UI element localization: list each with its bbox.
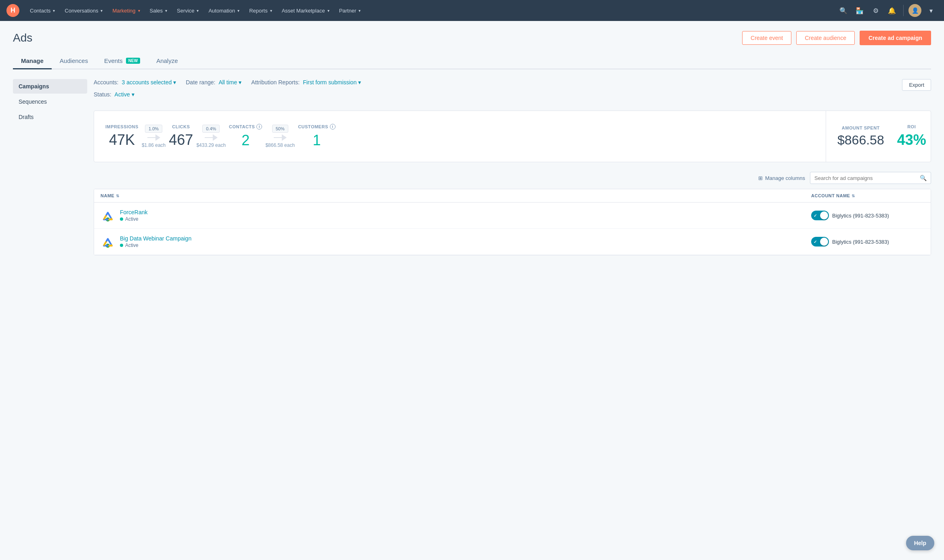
impressions-label: IMPRESSIONS xyxy=(105,124,138,129)
nav-marketing[interactable]: Marketing ▾ xyxy=(108,5,144,16)
arrow1-pct: 1.0% xyxy=(145,125,162,133)
search-input[interactable] xyxy=(814,175,920,181)
roi-stat: ROI 43% xyxy=(897,124,926,148)
arrow-connector-2: 0.4% $433.29 each xyxy=(196,125,226,148)
create-ad-campaign-button[interactable]: Create ad campaign xyxy=(860,31,931,45)
date-range-filter-btn[interactable]: All time ▾ xyxy=(218,79,241,86)
status-filter-btn[interactable]: Active ▾ xyxy=(115,91,134,98)
arrow1-sub: $1.86 each xyxy=(142,142,166,148)
body-layout: Campaigns Sequences Drafts Accounts: 3 a… xyxy=(13,79,931,255)
table-row: ForceRank Active ✓ xyxy=(94,203,931,229)
arrow2-pct: 0.4% xyxy=(202,125,220,133)
customers-value: 1 xyxy=(313,132,321,149)
accounts-filter-btn[interactable]: 3 accounts selected ▾ xyxy=(122,79,176,86)
tabs-bar: Manage Audiences Events NEW Analyze xyxy=(13,53,931,69)
status-row: Status: Active ▾ xyxy=(94,91,361,98)
export-button[interactable]: Export xyxy=(902,79,931,91)
chevron-asset-icon: ▾ xyxy=(327,8,329,13)
search-box: 🔍 xyxy=(810,172,931,184)
header-actions: Create event Create audience Create ad c… xyxy=(742,31,931,45)
attribution-filter-btn[interactable]: First form submission ▾ xyxy=(303,79,361,86)
sidebar-item-drafts[interactable]: Drafts xyxy=(13,110,87,124)
roi-value: 43% xyxy=(897,132,926,148)
date-range-chevron-icon: ▾ xyxy=(239,79,241,86)
filters-row-1: Accounts: 3 accounts selected ▾ Date ran… xyxy=(94,79,361,86)
create-event-button[interactable]: Create event xyxy=(742,31,791,45)
th-account-name: ACCOUNT NAME ⇅ xyxy=(811,193,924,198)
campaign-toggle-0[interactable]: ✓ xyxy=(811,211,829,220)
row-right-1: ✓ Biglytics (991-823-5383) xyxy=(811,237,924,247)
tab-analyze[interactable]: Analyze xyxy=(148,53,186,69)
sidebar: Campaigns Sequences Drafts xyxy=(13,79,94,255)
customers-info-icon[interactable]: i xyxy=(330,124,336,130)
table-controls: ⊞ Manage columns 🔍 xyxy=(94,172,931,184)
nav-partner[interactable]: Partner ▾ xyxy=(335,5,365,16)
toggle-thumb-0 xyxy=(820,211,828,219)
campaign-name-1[interactable]: Big Data Webinar Campaign xyxy=(120,235,191,242)
contacts-stat: CONTACTS i 2 xyxy=(229,124,262,149)
toggle-thumb-1 xyxy=(820,238,828,246)
arrow3-sub: $866.58 each xyxy=(265,142,295,148)
impressions-value: 47K xyxy=(109,132,135,148)
accounts-label: Accounts: xyxy=(94,79,118,86)
customers-label: CUSTOMERS i xyxy=(298,124,336,130)
nav-sales[interactable]: Sales ▾ xyxy=(146,5,172,16)
manage-columns-button[interactable]: ⊞ Manage columns xyxy=(758,175,805,181)
name-sort-icon[interactable]: ⇅ xyxy=(116,194,120,198)
th-name: NAME ⇅ xyxy=(101,193,811,198)
nav-asset-marketplace[interactable]: Asset Marketplace ▾ xyxy=(278,5,334,16)
arrow2-shape xyxy=(213,134,218,141)
attribution-chevron-icon: ▾ xyxy=(358,79,361,86)
marketplace-icon[interactable]: 🏪 xyxy=(853,4,866,17)
arrow-connector-3: 50% $866.58 each xyxy=(265,125,295,148)
tab-events[interactable]: Events NEW xyxy=(96,53,148,69)
search-icon[interactable]: 🔍 xyxy=(920,175,927,181)
nav-divider xyxy=(903,5,904,16)
chevron-service-icon: ▾ xyxy=(197,8,199,13)
user-avatar[interactable]: 👤 xyxy=(908,4,921,17)
contacts-info-icon[interactable]: i xyxy=(256,124,262,130)
campaign-status-1: Active xyxy=(120,242,191,248)
stats-right: AMOUNT SPENT $866.58 ROI 43% xyxy=(826,111,931,162)
status-chevron-icon: ▾ xyxy=(132,91,134,98)
nav-icons: 🔍 🏪 ⚙ 🔔 👤 ▾ xyxy=(837,4,938,17)
table-header: NAME ⇅ ACCOUNT NAME ⇅ xyxy=(94,189,931,203)
nav-automation[interactable]: Automation ▾ xyxy=(204,5,243,16)
sidebar-item-campaigns[interactable]: Campaigns xyxy=(13,79,87,94)
arrow-connector-1: 1.0% $1.86 each xyxy=(142,125,166,148)
google-ads-icon-0 xyxy=(101,208,115,223)
stats-main: IMPRESSIONS 47K 1.0% $1.86 each xyxy=(94,111,826,162)
toggle-check-1: ✓ xyxy=(814,240,817,244)
campaign-name-0[interactable]: ForceRank xyxy=(120,209,147,215)
user-chevron-icon[interactable]: ▾ xyxy=(925,4,938,17)
roi-label: ROI xyxy=(907,124,916,129)
chevron-automation-icon: ▾ xyxy=(237,8,239,13)
account-sort-icon[interactable]: ⇅ xyxy=(852,194,855,198)
search-icon[interactable]: 🔍 xyxy=(837,4,850,17)
nav-conversations[interactable]: Conversations ▾ xyxy=(61,5,107,16)
campaign-status-0: Active xyxy=(120,216,147,222)
clicks-label: CLICKS xyxy=(172,124,190,129)
create-audience-button[interactable]: Create audience xyxy=(796,31,855,45)
notifications-icon[interactable]: 🔔 xyxy=(885,4,898,17)
tab-manage[interactable]: Manage xyxy=(13,53,52,69)
sidebar-item-sequences[interactable]: Sequences xyxy=(13,94,87,109)
columns-icon: ⊞ xyxy=(758,175,763,181)
nav-contacts[interactable]: Contacts ▾ xyxy=(26,5,59,16)
date-range-label: Date range: xyxy=(186,79,215,86)
accounts-chevron-icon: ▾ xyxy=(173,79,176,86)
settings-icon[interactable]: ⚙ xyxy=(869,4,882,17)
nav-service[interactable]: Service ▾ xyxy=(173,5,203,16)
row-left-0: ForceRank Active xyxy=(101,208,811,223)
page-title: Ads xyxy=(13,31,32,44)
hubspot-logo[interactable]: H xyxy=(6,4,19,17)
tab-audiences[interactable]: Audiences xyxy=(52,53,96,69)
top-navigation: H Contacts ▾ Conversations ▾ Marketing ▾… xyxy=(0,0,944,21)
campaign-toggle-1[interactable]: ✓ xyxy=(811,237,829,247)
nav-reports[interactable]: Reports ▾ xyxy=(245,5,276,16)
status-dot-0 xyxy=(120,217,123,221)
clicks-stat: CLICKS 467 xyxy=(169,124,193,148)
new-badge: NEW xyxy=(126,58,140,64)
row-actions-1: ✓ Biglytics (991-823-5383) xyxy=(811,237,924,247)
arrow1-shape xyxy=(155,134,160,141)
